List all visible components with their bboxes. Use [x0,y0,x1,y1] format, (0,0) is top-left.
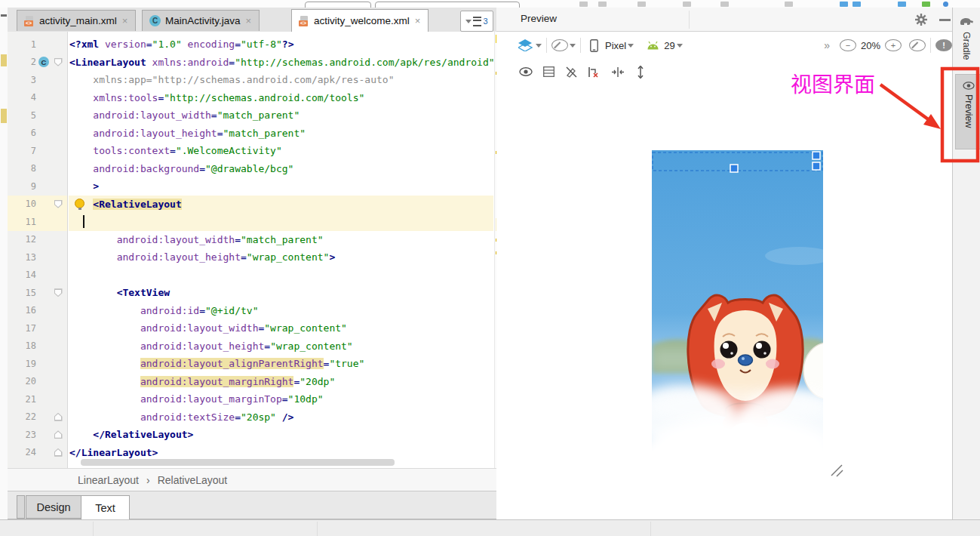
line-number: 1 [8,39,36,50]
settings-gear-icon[interactable] [915,14,927,28]
mode-tab-stub [17,495,25,519]
code-line[interactable]: android:id="@+id/tv" [69,302,493,320]
toolbar-icon[interactable] [598,2,607,7]
chevron-down-icon[interactable] [536,44,542,48]
breadcrumb: LinearLayout › RelativeLayout [8,468,496,491]
fold-open-icon[interactable] [54,288,63,297]
sync-icon[interactable] [840,2,848,7]
close-icon[interactable]: × [121,15,129,26]
tab-list-dropdown[interactable]: 3 [460,11,493,32]
breadcrumb-item-relativelayout[interactable]: RelativeLayout [158,474,228,486]
device-screen-preview[interactable] [652,150,823,476]
code-line[interactable]: tools:context=".WelcomeActivity" [69,142,493,160]
gutter-row: 9 [8,177,67,196]
chevron-down-icon[interactable] [628,44,634,48]
device-manager-icon[interactable] [922,2,930,7]
gutter-row: 15 [8,284,67,302]
code-line[interactable]: </RelativeLayout> [69,426,493,444]
code-line[interactable] [69,266,493,285]
fold-open-icon[interactable] [54,58,63,66]
code-line[interactable]: xmlns:tools="http://schemas.android.com/… [69,89,493,107]
line-number: 21 [8,394,36,405]
breadcrumb-separator: › [146,474,150,486]
close-icon[interactable]: × [245,15,253,26]
hidden-tab-count: 3 [483,17,487,26]
preview-canvas[interactable] [518,85,952,519]
code-line[interactable]: android:layout_width="wrap_content" [69,319,493,337]
code-line[interactable]: android:layout_width="match_parent" [69,231,493,249]
zoom-to-fit-icon[interactable] [909,39,926,51]
intention-bulb-icon[interactable] [75,199,84,208]
orientation-icon[interactable] [551,39,568,51]
center-horizontal-icon[interactable] [610,63,626,81]
tab-activity-welcome-xml[interactable]: <> activity_welcome.xml × [291,9,429,32]
clear-constraints-icon[interactable] [585,63,602,81]
tab-text[interactable]: Text [81,495,130,519]
preview-side-tab[interactable]: Preview [955,74,980,149]
expand-vertical-icon[interactable] [632,63,649,81]
phone-icon[interactable] [585,36,602,54]
code-line[interactable]: android:background="@drawable/bcg" [69,160,493,178]
code-line[interactable] [69,213,493,231]
code-line[interactable]: <?xml version="1.0" encoding="utf-8"?> [69,35,493,54]
fold-end-icon[interactable] [54,413,63,421]
code-line[interactable]: android:layout_width="match_parent" [69,106,493,125]
code-line[interactable]: android:layout_marginRight="20dp" [69,373,493,391]
show-decorations-eye-icon[interactable] [518,63,534,81]
code-line[interactable]: android:textSize="20sp" /> [69,408,493,427]
horizontal-scrollbar[interactable] [81,459,395,466]
eye-icon [963,81,975,92]
device-selector[interactable]: Pixel [605,40,626,51]
hide-panel-icon[interactable] [939,19,951,21]
toolbar-icon[interactable] [579,2,588,7]
android-api-icon[interactable] [644,36,661,54]
layout-bounds-icon[interactable] [540,63,557,81]
zoom-in-icon[interactable]: + [885,39,902,51]
tab-design[interactable]: Design [26,495,81,519]
code-line[interactable]: > [69,177,493,196]
gradle-tab[interactable]: Gradle [961,32,972,60]
tab-activity-main-xml[interactable]: <> activity_main.xml × [17,10,136,31]
design-surface-icon[interactable] [518,36,534,54]
profiler-icon[interactable] [943,2,948,7]
api-level-selector[interactable]: 29 [664,40,674,51]
designtime-attrs-off-icon[interactable] [563,63,579,81]
toolbar-icon[interactable] [785,2,793,7]
code-line[interactable]: xmlns:app="http://schemas.android.com/ap… [69,71,493,89]
close-icon[interactable]: × [414,15,422,26]
collapse-dash-icon[interactable] [1,14,7,17]
code-line[interactable]: <RelativeLayout [69,196,493,214]
sdk-icon[interactable] [898,2,906,7]
code-line[interactable]: <LinearLayout xmlns:android="http://sche… [69,54,493,72]
toolbar-icon[interactable] [720,2,729,7]
chevron-down-icon[interactable] [570,44,576,48]
code-line[interactable]: android:layout_alignParentRight="true" [69,355,493,373]
line-number: 6 [8,128,36,138]
code-line[interactable]: <TextView [69,284,493,302]
fold-end-icon[interactable] [54,430,63,439]
toolbar-overflow-icon[interactable]: » [824,39,829,51]
preview-toolbar-main: Pixel 29 » − 20% + ! [518,32,952,59]
code-line[interactable]: android:layout_height="wrap_content"> [69,248,493,266]
tab-mainactivity-java[interactable]: C MainActivity.java × [142,10,260,31]
preview-tool-window: Preview Pixel 29 [496,8,952,519]
code-editor[interactable]: 12C3456789101112131415161718192021222324… [8,32,496,468]
class-gutter-icon[interactable]: C [38,57,49,67]
fold-end-icon[interactable] [54,448,63,457]
preview-toolbar-secondary [518,59,952,85]
avd-icon[interactable] [853,2,861,7]
zoom-out-icon[interactable]: − [840,39,856,51]
gutter-row: 14 [8,266,67,285]
resize-handle-icon[interactable] [828,462,845,479]
code-line[interactable]: android:layout_marginTop="10dp" [69,390,493,408]
chevron-down-icon[interactable] [677,44,683,48]
line-number: 16 [8,305,36,316]
toolbar-icon[interactable] [637,2,646,7]
code-area[interactable]: <?xml version="1.0" encoding="utf-8"?><L… [69,32,493,468]
code-line[interactable]: android:layout_height="wrap_content" [69,337,493,356]
code-line[interactable]: android:layout_height="match_parent" [69,125,493,143]
fold-open-icon[interactable] [54,200,63,208]
warnings-icon[interactable]: ! [935,39,952,51]
toolbar-icon[interactable] [683,2,691,7]
breadcrumb-item-linearlayout[interactable]: LinearLayout [78,474,139,486]
